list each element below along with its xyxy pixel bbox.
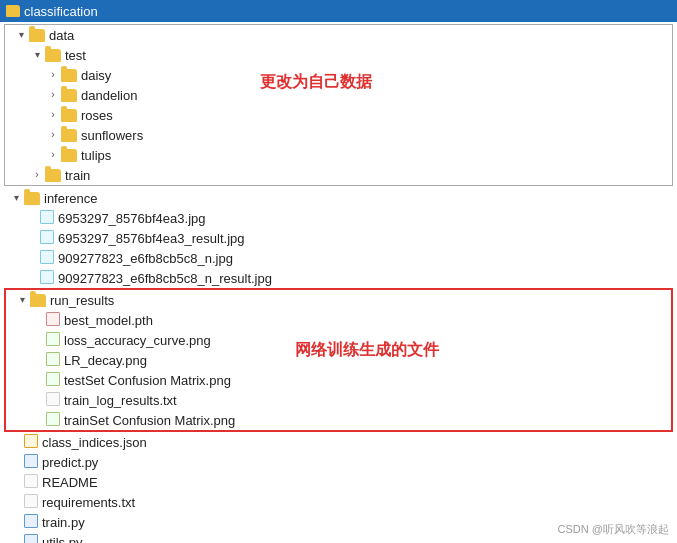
header-folder-icon (6, 5, 20, 17)
tree-header: classification (0, 0, 677, 22)
tree-item-best-model[interactable]: best_model.pth (6, 310, 671, 330)
file-icon-requirements (24, 494, 38, 510)
label-predict: predict.py (42, 455, 98, 470)
file-icon-class-indices (24, 434, 38, 450)
tree-item-test[interactable]: test (5, 45, 672, 65)
label-utils: utils.py (42, 535, 82, 544)
tree-item-f2[interactable]: 6953297_8576bf4ea3_result.jpg (0, 228, 677, 248)
tree-item-lr-decay[interactable]: LR_decay.png (6, 350, 671, 370)
tree-item-train-log[interactable]: train_log_results.txt (6, 390, 671, 410)
folder-icon-run-results (30, 294, 46, 307)
tree-item-class-indices[interactable]: class_indices.json (0, 432, 677, 452)
label-requirements: requirements.txt (42, 495, 135, 510)
file-icon-utils (24, 534, 38, 543)
file-icon-trainset-conf (46, 412, 60, 428)
tree-item-f4[interactable]: 909277823_e6fb8cb5c8_n_result.jpg (0, 268, 677, 288)
folder-icon-data (29, 29, 45, 42)
label-f4: 909277823_e6fb8cb5c8_n_result.jpg (58, 271, 272, 286)
file-icon-readme (24, 474, 38, 490)
tree-item-testset-conf[interactable]: testSet Confusion Matrix.png (6, 370, 671, 390)
label-tulips: tulips (81, 148, 111, 163)
folder-icon-dandelion (61, 89, 77, 102)
folder-icon-inference (24, 192, 40, 205)
arrow-daisy[interactable] (45, 67, 61, 83)
folder-icon-train-folder (45, 169, 61, 182)
arrow-roses[interactable] (45, 107, 61, 123)
label-sunflowers: sunflowers (81, 128, 143, 143)
tree-item-daisy[interactable]: daisy (5, 65, 672, 85)
label-train-py: train.py (42, 515, 85, 530)
label-loss-acc: loss_accuracy_curve.png (64, 333, 211, 348)
label-testset-conf: testSet Confusion Matrix.png (64, 373, 231, 388)
tree-item-roses[interactable]: roses (5, 105, 672, 125)
tree-item-readme[interactable]: README (0, 472, 677, 492)
tree-item-requirements[interactable]: requirements.txt (0, 492, 677, 512)
label-dandelion: dandelion (81, 88, 137, 103)
label-test: test (65, 48, 86, 63)
tree-item-inference[interactable]: inference (0, 188, 677, 208)
tree-item-predict[interactable]: predict.py (0, 452, 677, 472)
run-results-box: run_results best_model.pth loss_accuracy… (4, 288, 673, 432)
tree-item-tulips[interactable]: tulips (5, 145, 672, 165)
file-icon-f2 (40, 230, 54, 246)
label-class-indices: class_indices.json (42, 435, 147, 450)
label-train-folder: train (65, 168, 90, 183)
file-icon-f3 (40, 250, 54, 266)
arrow-inference[interactable] (8, 190, 24, 206)
tree-item-trainset-conf[interactable]: trainSet Confusion Matrix.png (6, 410, 671, 430)
label-readme: README (42, 475, 98, 490)
label-data: data (49, 28, 74, 43)
file-icon-f1 (40, 210, 54, 226)
folder-icon-sunflowers (61, 129, 77, 142)
label-f1: 6953297_8576bf4ea3.jpg (58, 211, 205, 226)
label-daisy: daisy (81, 68, 111, 83)
label-best-model: best_model.pth (64, 313, 153, 328)
folder-icon-tulips (61, 149, 77, 162)
folder-icon-daisy (61, 69, 77, 82)
arrow-train-folder[interactable] (29, 167, 45, 183)
label-roses: roses (81, 108, 113, 123)
file-icon-lr-decay (46, 352, 60, 368)
label-run-results: run_results (50, 293, 114, 308)
header-title: classification (24, 4, 98, 19)
tree-item-sunflowers[interactable]: sunflowers (5, 125, 672, 145)
tree-body: data test daisy dandelion (0, 22, 677, 543)
arrow-tulips[interactable] (45, 147, 61, 163)
tree-item-dandelion[interactable]: dandelion (5, 85, 672, 105)
arrow-sunflowers[interactable] (45, 127, 61, 143)
file-icon-testset-conf (46, 372, 60, 388)
label-train-log: train_log_results.txt (64, 393, 177, 408)
tree-item-data[interactable]: data (5, 25, 672, 45)
tree-item-run-results[interactable]: run_results (6, 290, 671, 310)
data-test-box: data test daisy dandelion (4, 24, 673, 186)
label-f3: 909277823_e6fb8cb5c8_n.jpg (58, 251, 233, 266)
label-trainset-conf: trainSet Confusion Matrix.png (64, 413, 235, 428)
folder-icon-test (45, 49, 61, 62)
label-lr-decay: LR_decay.png (64, 353, 147, 368)
file-icon-train-py (24, 514, 38, 530)
arrow-dandelion[interactable] (45, 87, 61, 103)
file-icon-f4 (40, 270, 54, 286)
file-icon-loss-acc (46, 332, 60, 348)
folder-icon-roses (61, 109, 77, 122)
arrow-run-results[interactable] (14, 292, 30, 308)
label-inference: inference (44, 191, 97, 206)
arrow-data[interactable] (13, 27, 29, 43)
file-icon-predict (24, 454, 38, 470)
tree-item-f1[interactable]: 6953297_8576bf4ea3.jpg (0, 208, 677, 228)
label-f2: 6953297_8576bf4ea3_result.jpg (58, 231, 245, 246)
file-icon-best-model (46, 312, 60, 328)
tree-item-loss-acc[interactable]: loss_accuracy_curve.png (6, 330, 671, 350)
watermark: CSDN @听风吹等浪起 (558, 522, 669, 537)
file-explorer: classification data test (0, 0, 677, 543)
file-icon-train-log (46, 392, 60, 408)
tree-item-train-folder[interactable]: train (5, 165, 672, 185)
tree-item-f3[interactable]: 909277823_e6fb8cb5c8_n.jpg (0, 248, 677, 268)
arrow-test[interactable] (29, 47, 45, 63)
